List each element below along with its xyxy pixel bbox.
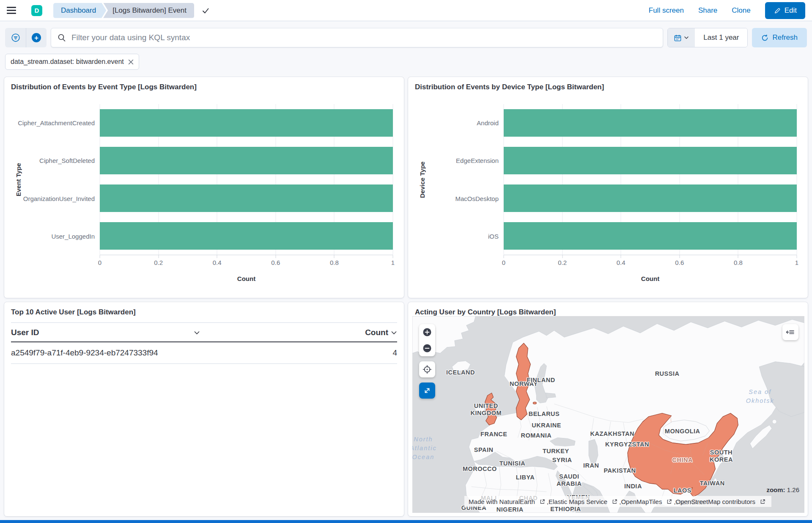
plot-area (504, 104, 797, 255)
calendar-icon (674, 34, 682, 42)
map-label: FINLAND (527, 376, 555, 383)
tick-mark (504, 255, 504, 258)
bar-band (504, 217, 797, 255)
bar-iOS[interactable] (504, 222, 797, 249)
chevron-down-icon (194, 330, 200, 336)
legend-toggle-button[interactable] (782, 324, 798, 340)
panel-top-users-table: Top 10 Active User [Logs Bitwarden] User… (4, 302, 404, 516)
bar-band (100, 179, 393, 217)
table-row[interactable]: a2549f79-a71f-4eb9-9234-eb7247333f944 (11, 342, 397, 364)
kql-search-bar[interactable] (51, 28, 663, 47)
external-link-icon (612, 499, 617, 504)
kql-search-input[interactable] (71, 33, 657, 42)
add-filter-button[interactable]: + (26, 28, 47, 47)
external-link-icon (664, 498, 673, 504)
panel-event-type-chart: Distribution of Events by Event Type [Lo… (4, 77, 404, 298)
map-label: MOROCCO (463, 465, 497, 473)
map-label: LIBYA (516, 474, 535, 481)
map-label: INDIA (624, 483, 642, 490)
attribution-link[interactable]: OpenStreetMap contributors (676, 498, 755, 505)
map-label: KAZAKHSTAN (590, 430, 634, 437)
table-sort-count[interactable]: Count (200, 323, 397, 341)
menu-icon[interactable] (7, 4, 19, 17)
map-container[interactable]: ICELANDNORWAYFINLANDRUSSIASea ofOkhotskU… (412, 316, 804, 513)
map-label: NIGERIA (497, 506, 524, 513)
map-label: SOUTHKOREA (710, 449, 733, 463)
bar-Cipher_AttachmentCreated[interactable] (100, 109, 393, 136)
bar-OrganizationUser_Invited[interactable] (100, 184, 393, 212)
zoom-out-button[interactable] (419, 340, 435, 356)
zoom-label: zoom: (766, 486, 785, 493)
category-label: User_LoggedIn (25, 217, 100, 255)
set-view-button[interactable] (419, 361, 435, 377)
panel-title: Acting User by Country [Logs Bitwarden] (415, 308, 801, 317)
search-icon (57, 33, 66, 42)
external-link-icon (540, 499, 545, 504)
breadcrumb-dashboard[interactable]: Dashboard (53, 3, 106, 18)
tick-mark (158, 255, 159, 258)
time-picker: Last 1 year (667, 28, 748, 47)
clone-button[interactable]: Clone (732, 6, 750, 15)
edit-button[interactable]: Edit (765, 2, 805, 19)
refresh-button[interactable]: Refresh (752, 28, 807, 47)
y-axis-labels: Cipher_AttachmentCreatedCipher_SoftDelet… (25, 104, 100, 255)
x-axis-ticks: 00.20.40.60.81 (100, 255, 393, 268)
bar-User_LoggedIn[interactable] (100, 222, 393, 249)
category-label: iOS (429, 217, 504, 255)
time-range-value[interactable]: Last 1 year (695, 28, 747, 47)
tick-label: 0.6 (271, 259, 280, 266)
user-id-cell: a2549f79-a71f-4eb9-9234-eb7247333f94 (11, 342, 200, 363)
crosshair-icon (422, 364, 432, 374)
tick-label: 0.4 (617, 259, 625, 266)
attribution-link[interactable]: Elastic Maps Service (549, 498, 607, 505)
bar-EdgeExtension[interactable] (504, 147, 797, 174)
x-axis-ticks: 00.20.40.60.81 (504, 255, 797, 268)
map-label: BELARUS (529, 410, 560, 417)
table-sort-user-id[interactable]: User ID (11, 323, 200, 341)
y-axis-title: Device Type (415, 104, 429, 255)
calendar-button[interactable] (668, 28, 695, 47)
bar-band (504, 104, 797, 142)
attribution-link[interactable]: OpenMapTiles (621, 498, 662, 505)
tick-mark (797, 255, 797, 258)
check-icon[interactable] (201, 6, 210, 15)
panel-title: Distribution of Events by Device Type [L… (415, 83, 801, 91)
external-link-icon (760, 499, 765, 504)
zoom-in-button[interactable] (419, 324, 435, 340)
bar-Cipher_SoftDeleted[interactable] (100, 147, 393, 174)
tick-label: 0.2 (558, 259, 567, 266)
map-zoom-controls (419, 324, 435, 356)
share-button[interactable]: Share (698, 6, 717, 15)
fit-to-data-button[interactable] (419, 383, 435, 399)
bar-MacOsDesktop[interactable] (504, 184, 797, 212)
saved-query-icon[interactable] (5, 28, 26, 47)
map-label: PAKISTAN (604, 467, 636, 474)
bar-band (504, 179, 797, 217)
pencil-icon (774, 7, 781, 14)
tick-label: 0.4 (213, 259, 222, 266)
map-label: LAOS (674, 487, 691, 494)
full-screen-button[interactable]: Full screen (649, 6, 684, 15)
tick-mark (562, 255, 562, 258)
bar-Android[interactable] (504, 109, 797, 136)
map-label: UKRAINE (532, 421, 561, 429)
attribution-link[interactable]: Made with NaturalEarth (469, 498, 535, 505)
filter-pill-dataset[interactable]: data_stream.dataset: bitwarden.event (5, 54, 139, 70)
map-label: FRANCE (480, 431, 507, 438)
plus-circle-icon (422, 327, 432, 337)
bars-layer (100, 104, 393, 255)
top-navigation-bar: D Dashboard [Logs Bitwarden] Event Full … (0, 0, 812, 21)
breadcrumb-current-page[interactable]: [Logs Bitwarden] Event (103, 3, 194, 18)
map-label: TAIWAN (700, 480, 725, 487)
map-labels: ICELANDNORWAYFINLANDRUSSIASea ofOkhotskU… (412, 316, 804, 513)
map-label: SAUDIARABIA (557, 473, 582, 487)
count-cell: 4 (200, 342, 397, 363)
map-attribution: Made with NaturalEarth, Elastic Maps Ser… (464, 496, 771, 507)
tick-label: 0.2 (154, 259, 163, 266)
map-label: KYRGYZSTAN (605, 441, 649, 448)
space-avatar[interactable]: D (31, 5, 42, 16)
map-label: RUSSIA (655, 370, 680, 377)
external-link-icon (609, 498, 618, 504)
remove-filter-icon[interactable] (128, 59, 134, 65)
tick-mark (679, 255, 680, 258)
